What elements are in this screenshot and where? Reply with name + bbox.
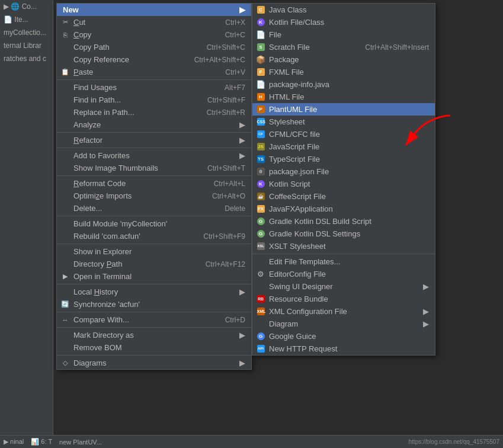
plantuml-file-icon: P [256,105,265,114]
menu-item-copy-path[interactable]: Copy Path Ctrl+Shift+C [57,41,251,53]
scratch-file-icon: S [256,43,265,52]
submenu-package[interactable]: 📦 Package [252,53,435,66]
submenu-resource-bundle[interactable]: RB Resource Bundle [252,293,435,305]
resource-bundle-label: Resource Bundle [269,295,429,303]
xslt-icon: XSL [256,242,265,251]
submenu-javascript[interactable]: JS JavaScript File [252,140,435,153]
sidebar-item-mycollection: myCollectio... [0,26,53,39]
javascript-icon: JS [256,142,265,152]
menu-item-analyze[interactable]: Analyze ▶ [57,119,251,131]
local-history-icon [60,287,70,297]
delete-shortcut: Delete [225,204,245,213]
submenu-javafx[interactable]: FX JavaFXApplication [252,203,435,215]
new-http-request-label: New HTTP Request [269,344,429,353]
editorconfig-icon: ⚙ [256,270,265,279]
submenu-editorconfig[interactable]: ⚙ EditorConfig File [252,268,435,280]
separator-1 [57,79,251,80]
submenu-coffeescript[interactable]: ☕ CoffeeScript File [252,190,435,203]
sidebar-item-2: 📄 Ite... [0,13,53,26]
menu-item-rebuild[interactable]: Rebuild 'com.acfun' Ctrl+Shift+F9 [57,230,251,242]
cut-label: Cut [73,18,207,27]
submenu-java-class[interactable]: C Java Class [252,4,435,16]
submenu-edit-templates[interactable]: Edit File Templates... [252,255,435,268]
submenu-gradle-kotlin-build[interactable]: G Gradle Kotlin DSL Build Script [252,215,435,228]
diagram-icon [256,319,265,329]
menu-item-cut[interactable]: ✂ Cut Ctrl+X [57,16,251,28]
submenu-swing-ui[interactable]: Swing UI Designer ▶ [252,280,435,293]
submenu-html-file[interactable]: H HTML File [252,91,435,103]
edit-templates-icon [256,257,265,267]
menu-item-show-explorer[interactable]: Show in Explorer [57,245,251,258]
menu-item-copy[interactable]: ⎘ Copy Ctrl+C [57,28,251,41]
add-favorites-label: Add to Favorites [73,151,233,160]
menu-item-add-favorites[interactable]: Add to Favorites ▶ [57,149,251,162]
menu-item-diagrams[interactable]: ◇ Diagrams ▶ [57,357,251,369]
javascript-label: JavaScript File [269,142,429,151]
google-guice-icon: G [256,332,265,341]
javafx-icon: FX [256,204,265,214]
submenu-gradle-kotlin-settings[interactable]: G Gradle Kotlin DSL Settings [252,228,435,240]
menu-item-paste[interactable]: 📋 Paste Ctrl+V [57,66,251,78]
find-in-path-shortcut: Ctrl+Shift+F [207,96,245,104]
menu-item-remove-bom[interactable]: Remove BOM [57,341,251,354]
menu-item-find-in-path[interactable]: Find in Path... Ctrl+Shift+F [57,94,251,106]
submenu-cfml[interactable]: CF CFML/CFC file [252,128,435,140]
bottom-url: https://blog.csdn.net/qq_41575507 [409,439,499,445]
menu-item-optimize-imports[interactable]: Optimize Imports Ctrl+Alt+O [57,190,251,202]
submenu-stylesheet[interactable]: CSS Stylesheet [252,116,435,128]
menu-item-mark-directory[interactable]: Mark Directory as ▶ [57,329,251,341]
submenu-new-http-request[interactable]: API New HTTP Request [252,343,435,355]
menu-item-local-history[interactable]: Local History ▶ [57,286,251,298]
submenu-plantuml-file[interactable]: P PlantUML File [252,103,435,116]
paste-icon: 📋 [60,68,70,77]
find-in-path-icon [60,95,70,105]
submenu-google-guice[interactable]: G Google Guice [252,330,435,343]
find-in-path-label: Find in Path... [73,95,190,104]
submenu-xml-config[interactable]: XML XML Configuration File ▶ [252,305,435,318]
new-http-request-icon: API [256,344,265,354]
menu-item-synchronize[interactable]: 🔄 Synchronize 'acfun' [57,298,251,311]
kotlin-file-label: Kotlin File/Class [269,18,429,27]
submenu-file[interactable]: 📄 File [252,28,435,41]
submenu-package-info[interactable]: 📄 package-info.java [252,78,435,91]
menu-item-new[interactable]: New ▶ [57,4,251,16]
directory-path-icon [60,260,70,269]
submenu-scratch-file[interactable]: S Scratch File Ctrl+Alt+Shift+Insert [252,41,435,53]
bottom-plantuml: new PlantUV... [59,439,102,446]
submenu-kotlin-file[interactable]: K Kotlin File/Class [252,16,435,28]
menu-item-delete[interactable]: Delete... Delete [57,202,251,215]
add-favorites-arrow: ▶ [239,151,245,160]
package-label: Package [269,55,429,64]
typescript-label: TypeScript File [269,155,429,164]
submenu-fxml-file[interactable]: F FXML File [252,66,435,78]
local-history-label: Local History [73,287,233,296]
submenu-xslt[interactable]: XSL XSLT Stylesheet [252,240,435,252]
menu-item-compare-with[interactable]: ↔ Compare With... Ctrl+D [57,313,251,326]
menu-item-open-terminal[interactable]: ▶ Open in Terminal [57,270,251,283]
sidebar-item-externallibr: ternal Librar [0,39,53,52]
diagram-arrow: ▶ [423,319,429,328]
submenu-diagram[interactable]: Diagram ▶ [252,318,435,330]
diagrams-icon: ◇ [60,359,70,368]
find-usages-icon [60,83,70,92]
menu-item-replace-in-path[interactable]: Replace in Path... Ctrl+Shift+R [57,106,251,119]
cut-shortcut: Ctrl+X [225,18,245,27]
menu-item-show-thumbnails[interactable]: Show Image Thumbnails Ctrl+Shift+T [57,162,251,174]
scratch-file-shortcut: Ctrl+Alt+Shift+Insert [365,43,429,52]
menu-item-copy-reference[interactable]: Copy Reference Ctrl+Alt+Shift+C [57,53,251,66]
submenu-kotlin-script[interactable]: K Kotlin Script [252,178,435,190]
replace-in-path-shortcut: Ctrl+Shift+R [207,108,245,117]
fxml-file-icon: F [256,68,265,77]
menu-item-reformat[interactable]: Reformat Code Ctrl+Alt+L [57,177,251,190]
menu-item-directory-path[interactable]: Directory Path Ctrl+Alt+F12 [57,258,251,270]
menu-item-refactor[interactable]: Refactor ▶ [57,134,251,146]
submenu-typescript[interactable]: TS TypeScript File [252,153,435,165]
analyze-arrow: ▶ [239,120,245,129]
swing-ui-icon [256,282,265,292]
menu-item-find-usages[interactable]: Find Usages Alt+F7 [57,81,251,94]
reformat-shortcut: Ctrl+Alt+L [214,180,245,188]
menu-new-arrow: ▶ [239,5,245,14]
separator-7 [57,284,251,284]
menu-item-build-module[interactable]: Build Module 'myCollection' [57,217,251,230]
submenu-package-json[interactable]: {} package.json File [252,165,435,178]
